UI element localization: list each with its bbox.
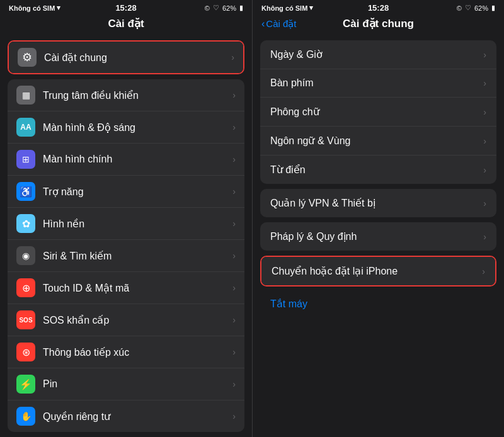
right-group-2: Quản lý VPN & Thiết bị › (260, 189, 496, 217)
home-screen-label: Màn hình chính (43, 154, 229, 165)
shutdown-label: Tắt máy (270, 298, 307, 309)
right-audio-icon: © (457, 4, 462, 12)
wallpaper-row[interactable]: ✿ Hình nền › (8, 208, 244, 240)
right-time: 15:28 (368, 3, 389, 13)
sos-icon: SOS (16, 310, 35, 329)
keyboard-row[interactable]: Bàn phím › (260, 69, 496, 98)
touchid-label: Touch ID & Mật mã (43, 282, 229, 294)
right-battery-icon: ▮ (491, 4, 495, 12)
left-status-bar: Không có SIM ▾ 15:28 © ♡ 62% ▮ (0, 0, 252, 13)
right-headphone-icon: ♡ (465, 4, 471, 12)
general-settings-chevron: › (231, 52, 234, 62)
siri-row[interactable]: ◉ Siri & Tìm kiếm › (8, 240, 244, 272)
exposure-label: Thông báo tiếp xúc (43, 346, 229, 358)
back-label: Cài đặt (266, 18, 296, 30)
exposure-icon: ⊛ (16, 343, 35, 361)
sos-label: SOS khẩn cấp (43, 314, 229, 326)
dictionary-label: Từ điển (270, 164, 479, 176)
siri-label: Siri & Tìm kiếm (43, 250, 229, 262)
right-group-3: Pháp lý & Quy định › (260, 222, 496, 251)
touchid-icon: ⊕ (16, 278, 35, 297)
battery-row[interactable]: ⚡ Pin › (8, 368, 244, 400)
vpn-row[interactable]: Quản lý VPN & Thiết bị › (260, 189, 496, 217)
right-nav-title: Cài đặt chung (343, 17, 414, 30)
battery-label: Pin (43, 378, 229, 390)
control-center-row[interactable]: ▦ Trung tâm điều khiển › (8, 79, 244, 111)
left-panel: Không có SIM ▾ 15:28 © ♡ 62% ▮ Cài đặt ⚙… (0, 0, 252, 437)
wifi-icon: ▾ (57, 4, 60, 12)
right-status-right: © ♡ 62% ▮ (457, 4, 495, 12)
left-nav-title: Cài đặt (108, 17, 144, 30)
accessibility-icon: ♿ (16, 182, 35, 201)
vpn-label: Quản lý VPN & Thiết bị (270, 197, 479, 209)
back-chevron: ‹ (261, 18, 265, 30)
control-center-label: Trung tâm điều khiển (43, 89, 229, 101)
language-row[interactable]: Ngôn ngữ & Vùng › (260, 127, 496, 156)
right-battery-level: 62% (474, 4, 488, 12)
audio-icon: © (205, 4, 210, 12)
privacy-label: Quyền riêng tư (43, 411, 229, 423)
keyboard-label: Bàn phím (270, 77, 479, 89)
left-settings-group: ▦ Trung tâm điều khiển › AA Màn hình & Đ… (8, 79, 244, 432)
right-nav-bar: ‹ Cài đặt Cài đặt chung (253, 13, 504, 34)
headphone-icon: ♡ (213, 4, 219, 12)
shutdown-row[interactable]: Tắt máy (260, 292, 496, 316)
battery-icon: ▮ (239, 4, 243, 12)
transfer-reset-label: Chuyển hoặc đặt lại iPhone (272, 265, 478, 277)
right-wifi-icon: ▾ (309, 4, 313, 12)
font-row[interactable]: Phông chữ › (260, 98, 496, 127)
left-status-right: © ♡ 62% ▮ (205, 4, 243, 12)
battery-level: 62% (222, 4, 236, 12)
back-button[interactable]: ‹ Cài đặt (261, 18, 297, 30)
legal-label: Pháp lý & Quy định (270, 230, 479, 242)
highlighted-general-settings[interactable]: ⚙ Cài đặt chung › (8, 40, 244, 74)
home-screen-row[interactable]: ⊞ Màn hình chính › (8, 144, 244, 176)
left-carrier: Không có SIM ▾ (9, 4, 60, 12)
wallpaper-label: Hình nền (43, 218, 229, 230)
transfer-reset-row[interactable]: Chuyển hoặc đặt lại iPhone › (261, 257, 495, 285)
general-settings-label: Cài đặt chung (44, 52, 227, 64)
dictionary-row[interactable]: Từ điển › (260, 156, 496, 184)
general-settings-icon: ⚙ (18, 48, 37, 67)
wallpaper-icon: ✿ (16, 214, 35, 233)
exposure-row[interactable]: ⊛ Thông báo tiếp xúc › (8, 336, 244, 368)
date-time-row[interactable]: Ngày & Giờ › (260, 40, 496, 69)
font-label: Phông chữ (270, 106, 479, 118)
siri-icon: ◉ (16, 246, 35, 265)
left-nav-bar: Cài đặt (0, 13, 252, 34)
privacy-icon: ✋ (16, 407, 35, 426)
legal-row[interactable]: Pháp lý & Quy định › (260, 222, 496, 251)
general-settings-row[interactable]: ⚙ Cài đặt chung › (9, 42, 243, 73)
left-time: 15:28 (115, 3, 136, 13)
accessibility-label: Trợ năng (43, 186, 229, 198)
date-time-label: Ngày & Giờ (270, 48, 479, 60)
highlighted-transfer-group[interactable]: Chuyển hoặc đặt lại iPhone › (260, 256, 496, 287)
touchid-row[interactable]: ⊕ Touch ID & Mật mã › (8, 272, 244, 304)
sos-row[interactable]: SOS SOS khẩn cấp › (8, 304, 244, 336)
right-content: Ngày & Giờ › Bàn phím › Phông chữ › Ngôn… (253, 34, 504, 437)
right-group-1: Ngày & Giờ › Bàn phím › Phông chữ › Ngôn… (260, 40, 496, 184)
display-icon: AA (16, 118, 35, 137)
right-status-bar: Không có SIM ▾ 15:28 © ♡ 62% ▮ (253, 0, 504, 13)
display-label: Màn hình & Độ sáng (43, 122, 229, 133)
privacy-row[interactable]: ✋ Quyền riêng tư › (8, 400, 244, 432)
control-center-icon: ▦ (16, 86, 35, 105)
accessibility-row[interactable]: ♿ Trợ năng › (8, 176, 244, 208)
left-content: ⚙ Cài đặt chung › ▦ Trung tâm điều khiển… (0, 34, 252, 437)
right-panel: Không có SIM ▾ 15:28 © ♡ 62% ▮ ‹ Cài đặt… (252, 0, 504, 437)
battery-row-icon: ⚡ (16, 375, 35, 394)
right-carrier: Không có SIM ▾ (261, 4, 313, 12)
display-brightness-row[interactable]: AA Màn hình & Độ sáng › (8, 111, 244, 144)
language-label: Ngôn ngữ & Vùng (270, 135, 479, 147)
home-screen-icon: ⊞ (16, 150, 35, 169)
